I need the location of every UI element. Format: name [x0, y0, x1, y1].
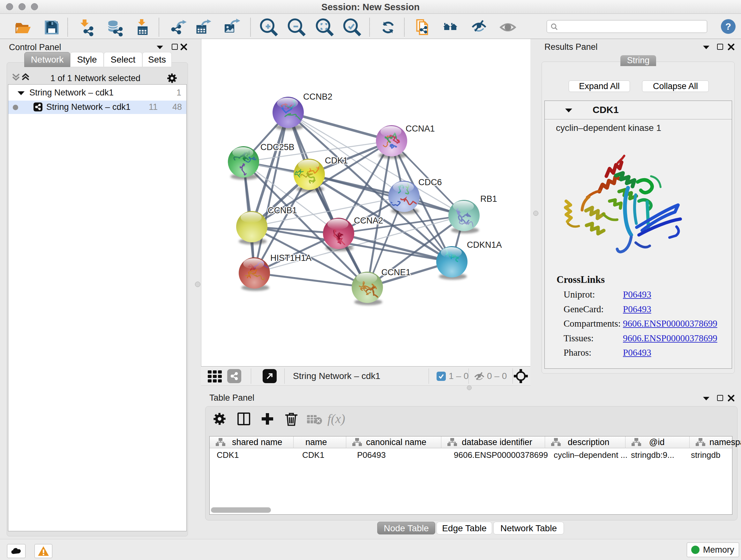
svg-text:CDC25B: CDC25B — [260, 142, 294, 152]
svg-text:CCNA1: CCNA1 — [406, 124, 435, 133]
svg-text:HIST1H1A: HIST1H1A — [270, 253, 312, 263]
svg-text:CDC6: CDC6 — [418, 178, 442, 187]
svg-text:CCNA2: CCNA2 — [354, 216, 383, 226]
svg-text:?: ? — [725, 21, 731, 32]
svg-text:CCNB2: CCNB2 — [303, 92, 333, 102]
svg-text:CDK1: CDK1 — [325, 156, 348, 165]
svg-text:CCNB1: CCNB1 — [268, 206, 297, 215]
svg-text:CCNE1: CCNE1 — [381, 267, 411, 277]
svg-text:RB1: RB1 — [480, 194, 497, 204]
svg-text:CDKN1A: CDKN1A — [467, 240, 502, 250]
